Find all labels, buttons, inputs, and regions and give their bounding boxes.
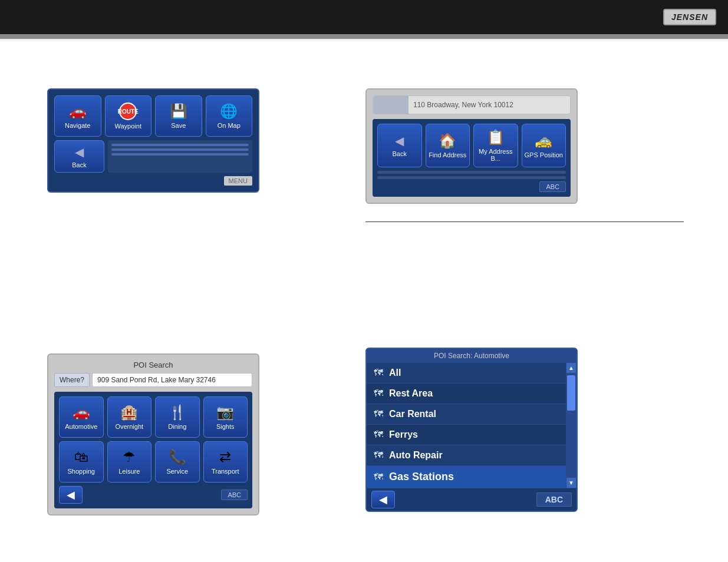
poi-automotive-panel: POI Search: Automotive 🗺 All 🗺 Rest Area… (365, 348, 578, 512)
top-address-display: 110 Broadway, New York 10012 (409, 98, 570, 111)
address-book-label: My Address B... (476, 148, 515, 162)
leisure-icon: ☂ (123, 449, 136, 465)
header-bar (0, 34, 728, 39)
find-back-icon: ◀ (395, 134, 404, 148)
shopping-label: Shopping (68, 468, 95, 475)
back-button[interactable]: ◀ Back (54, 140, 104, 173)
dining-icon: 🍴 (169, 404, 186, 421)
poi-item-car-rental[interactable]: 🗺 Car Rental (367, 404, 566, 425)
shopping-icon: 🛍 (74, 449, 88, 465)
gps-position-button[interactable]: 🚕 GPS Position (522, 124, 566, 167)
navigate-button[interactable]: 🚗 Navigate (54, 95, 101, 137)
poi-item-rest-area[interactable]: 🗺 Rest Area (367, 384, 566, 404)
main-content: 🚗 Navigate ROUTE Waypoint 💾 Save (0, 41, 728, 562)
dining-button[interactable]: 🍴 Dining (155, 396, 200, 438)
poi-list-wrapper: 🗺 All 🗺 Rest Area 🗺 Car Rental 🗺 Ferrys (367, 363, 577, 488)
abc-tag-bottom-left: ABC (221, 490, 248, 500)
poi-rest-icon: 🗺 (374, 388, 383, 399)
top-left-section: 🚗 Navigate ROUTE Waypoint 💾 Save (47, 88, 271, 193)
navigate-label: Navigate (65, 122, 90, 129)
my-address-book-button[interactable]: 📋 My Address B... (473, 124, 518, 167)
poi-rest-text: Rest Area (389, 388, 433, 399)
transport-label: Transport (212, 468, 239, 475)
poi-automotive-back-button[interactable]: ◀ (371, 491, 395, 508)
find-address-btn-row: ◀ Back 🏠 Find Address 📋 My Address B... (377, 124, 566, 167)
dining-label: Dining (168, 423, 186, 430)
poi-scrollbar[interactable]: ▲ ▼ (566, 363, 577, 488)
gps-position-icon: 🚕 (535, 133, 552, 149)
poi-item-auto-repair[interactable]: 🗺 Auto Repair (367, 445, 566, 466)
save-button[interactable]: 💾 Save (155, 95, 202, 137)
poi-row-2: 🛍 Shopping ☂ Leisure 📞 Service ⇄ Transpo… (59, 441, 248, 482)
poi-search-panel: POI Search Where? 909 Sand Pond Rd, Lake… (47, 353, 259, 515)
navigate-icon: 🚗 (69, 103, 87, 120)
service-button[interactable]: 📞 Service (155, 441, 200, 482)
service-label: Service (166, 468, 188, 475)
find-back-label: Back (393, 150, 407, 157)
overnight-label: Overnight (115, 423, 143, 430)
poi-item-all[interactable]: 🗺 All (367, 363, 566, 384)
section-divider (365, 222, 684, 222)
transport-button[interactable]: ⇄ Transport (203, 441, 248, 482)
find-address-label: Find Address (429, 151, 466, 158)
top-right-section: 110 Broadway, New York 10012 ◀ Back 🏠 Fi… (365, 88, 684, 234)
header: JENSEN (0, 0, 728, 34)
where-address: 909 Sand Pond Rd, Lake Mary 32746 (92, 373, 252, 387)
poi-item-gas-stations[interactable]: 🗺 Gas Stations (367, 466, 566, 488)
poi-list-bottom-bar: ◀ ABC (367, 488, 577, 511)
bottom-left-section: POI Search Where? 909 Sand Pond Rd, Lake… (47, 353, 259, 515)
on-map-label: On Map (218, 122, 241, 129)
save-label: Save (171, 122, 186, 129)
back-label: Back (72, 161, 86, 168)
abc-tag-bottom-right: ABC (536, 492, 572, 507)
overnight-icon: 🏨 (120, 404, 138, 421)
scroll-up-button[interactable]: ▲ (566, 363, 576, 373)
poi-items-col: 🗺 All 🗺 Rest Area 🗺 Car Rental 🗺 Ferrys (367, 363, 566, 488)
poi-gas-text: Gas Stations (389, 471, 454, 483)
scroll-thumb (567, 375, 575, 411)
leisure-label: Leisure (118, 468, 140, 475)
find-address-button[interactable]: 🏠 Find Address (426, 124, 470, 167)
on-map-button[interactable]: 🌐 On Map (206, 95, 253, 137)
sights-button[interactable]: 📷 Sights (203, 396, 248, 438)
abc-tag-top: ABC (539, 181, 566, 192)
where-bar: Where? 909 Sand Pond Rd, Lake Mary 32746 (54, 373, 252, 387)
poi-all-icon: 🗺 (374, 368, 383, 378)
poi-gas-icon: 🗺 (374, 472, 383, 482)
poi-ferrys-text: Ferrys (389, 429, 418, 440)
abc-bar-top: ABC (377, 181, 566, 192)
find-back-button[interactable]: ◀ Back (377, 124, 422, 167)
nav-btn-row: 🚗 Navigate ROUTE Waypoint 💾 Save (54, 95, 252, 137)
automotive-icon: 🚗 (73, 404, 90, 421)
poi-repair-icon: 🗺 (374, 450, 383, 461)
save-icon: 💾 (170, 103, 187, 120)
find-address-panel: 110 Broadway, New York 10012 ◀ Back 🏠 Fi… (365, 88, 578, 204)
transport-icon: ⇄ (219, 449, 231, 465)
gps-position-label: GPS Position (525, 151, 563, 158)
waypoint-button[interactable]: ROUTE Waypoint (105, 95, 152, 137)
sights-icon: 📷 (216, 404, 234, 421)
poi-back-button[interactable]: ◀ (59, 486, 83, 504)
poi-item-ferrys[interactable]: 🗺 Ferrys (367, 425, 566, 445)
overnight-button[interactable]: 🏨 Overnight (107, 396, 152, 438)
where-label: Where? (54, 373, 90, 387)
poi-search-title: POI Search (54, 361, 252, 369)
back-btn-row: ◀ Back (54, 140, 252, 173)
route-badge: ROUTE (119, 103, 137, 120)
menu-tag: MENU (224, 176, 252, 186)
shopping-button[interactable]: 🛍 Shopping (59, 441, 104, 482)
find-address-icon: 🏠 (439, 133, 456, 149)
jensen-logo: JENSEN (663, 9, 716, 25)
scroll-down-button[interactable]: ▼ (566, 478, 576, 488)
service-icon: 📞 (169, 449, 186, 465)
waypoint-icon: ROUTE (119, 103, 137, 120)
leisure-button[interactable]: ☂ Leisure (107, 441, 152, 482)
bottom-right-section: POI Search: Automotive 🗺 All 🗺 Rest Area… (365, 348, 578, 512)
automotive-button[interactable]: 🚗 Automotive (59, 396, 104, 438)
address-book-icon: 📋 (487, 129, 505, 146)
poi-ferrys-icon: 🗺 (374, 429, 383, 440)
navigate-panel: 🚗 Navigate ROUTE Waypoint 💾 Save (47, 88, 259, 193)
on-map-icon: 🌐 (220, 103, 238, 120)
menu-bar: MENU (54, 176, 252, 186)
sights-label: Sights (216, 423, 235, 430)
